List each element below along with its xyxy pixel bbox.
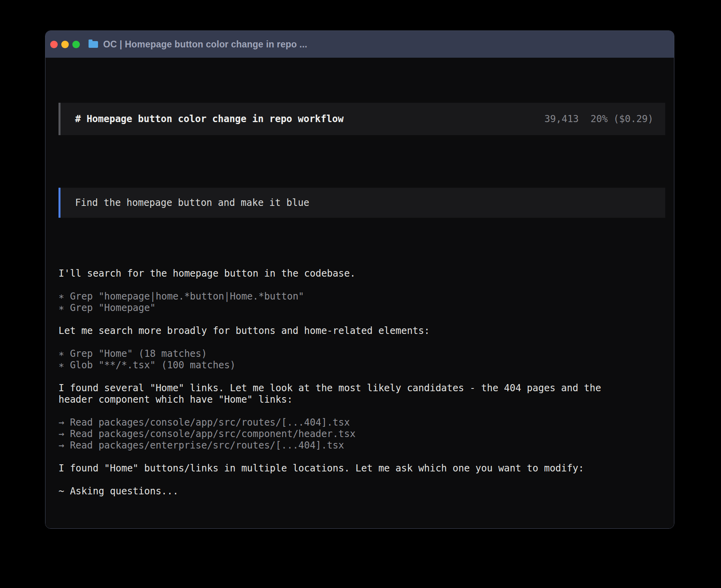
user-message-text: Find the homepage button and make it blu…	[75, 197, 309, 209]
tool-call-line: ∗ Glob "**/*.tsx" (100 matches)	[59, 360, 665, 371]
assistant-transcript: I'll search for the homepage button in t…	[59, 268, 665, 497]
session-header: # Homepage button color change in repo w…	[59, 103, 665, 135]
assistant-text-line	[59, 405, 665, 417]
zoom-button[interactable]	[72, 41, 80, 48]
assistant-text-line	[59, 279, 665, 291]
assistant-text-line: header component which have "Home" links…	[59, 394, 665, 405]
assistant-text-line: ~ Asking questions...	[59, 486, 665, 497]
close-button[interactable]	[50, 41, 58, 48]
assistant-text-line: I'll search for the homepage button in t…	[59, 268, 665, 279]
titlebar: OC | Homepage button color change in rep…	[45, 31, 674, 58]
terminal-window: OC | Homepage button color change in rep…	[45, 30, 674, 529]
session-stats: 39,413 20% ($0.29)	[544, 113, 653, 125]
assistant-text-line	[59, 314, 665, 325]
assistant-text-line: I found "Home" buttons/links in multiple…	[59, 463, 665, 474]
assistant-text-line	[59, 474, 665, 486]
token-count: 39,413	[544, 113, 579, 125]
assistant-text-line	[59, 371, 665, 383]
traffic-lights	[50, 41, 80, 48]
tool-call-line: → Read packages/console/app/src/componen…	[59, 428, 665, 440]
tool-call-line: ∗ Grep "homepage|home.*button|Home.*butt…	[59, 291, 665, 302]
assistant-text-line: Let me search more broadly for buttons a…	[59, 325, 665, 337]
session-title: # Homepage button color change in repo w…	[75, 113, 344, 125]
tool-call-line: ∗ Grep "Home" (18 matches)	[59, 348, 665, 360]
terminal-content: # Homepage button color change in repo w…	[45, 58, 674, 529]
window-title: OC | Homepage button color change in rep…	[103, 39, 307, 50]
folder-icon	[89, 41, 98, 48]
user-message: Find the homepage button and make it blu…	[59, 188, 665, 218]
assistant-text-line: I found several "Home" links. Let me loo…	[59, 383, 665, 394]
assistant-text-line	[59, 337, 665, 348]
tool-call-line: → Read packages/console/app/src/routes/[…	[59, 417, 665, 428]
context-cost: 20% ($0.29)	[591, 113, 653, 125]
tool-call-line: ∗ Grep "Homepage"	[59, 302, 665, 314]
tool-call-line: → Read packages/enterprise/src/routes/[.…	[59, 440, 665, 451]
minimize-button[interactable]	[61, 41, 69, 48]
assistant-text-line	[59, 451, 665, 463]
